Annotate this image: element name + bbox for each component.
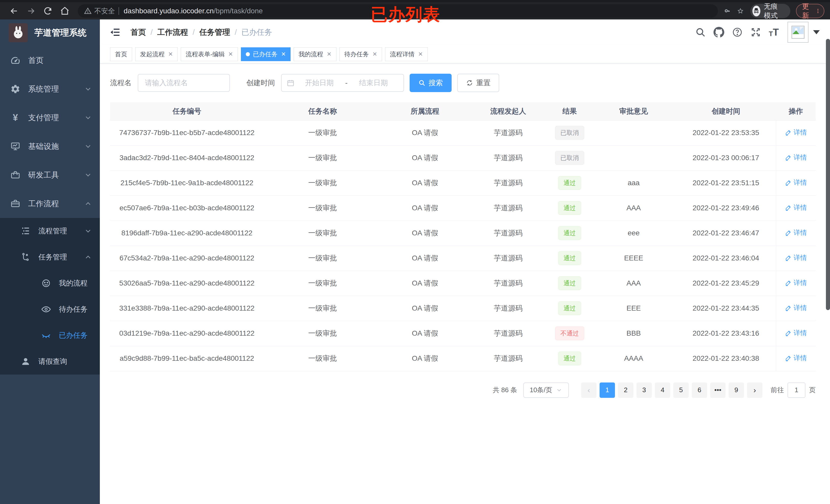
page-size-select[interactable]: 10条/页 (523, 382, 569, 398)
detail-link[interactable]: 详情 (785, 354, 807, 363)
tab-close-icon[interactable]: ✕ (228, 52, 233, 57)
breadcrumb-home[interactable]: 首页 (131, 27, 146, 38)
page-button[interactable]: 6 (692, 382, 707, 398)
sidebar-item-system[interactable]: 系统管理 (0, 75, 100, 103)
tab-label: 我的流程 (298, 50, 323, 58)
start-date-input[interactable]: 开始日期 (294, 78, 344, 88)
cell-result: 通过 (548, 246, 592, 271)
cell-process: OA 请假 (381, 145, 469, 170)
cell-task-name: 一级审批 (264, 170, 381, 196)
breadcrumb-task-mgmt[interactable]: 任务管理 (199, 27, 230, 38)
cell-task-id: 215cf4e5-7b9b-11ec-9a1b-acde48001122 (110, 170, 264, 196)
result-badge: 通过 (558, 251, 581, 265)
detail-link[interactable]: 详情 (785, 253, 807, 262)
sidebar-item-done-tasks[interactable]: 已办任务 (0, 322, 100, 348)
cell-task-name: 一级审批 (264, 271, 381, 296)
chevron-down-icon (556, 387, 563, 394)
reset-button[interactable]: 重置 (457, 74, 499, 92)
view-tab[interactable]: 首页 (110, 47, 132, 61)
sidebar-item-task-mgmt[interactable]: 任务管理 (0, 244, 100, 270)
column-header: 操作 (776, 102, 816, 120)
cell-starter: 芋道源码 (469, 170, 548, 196)
sidebar-collapse-icon[interactable] (110, 27, 121, 38)
avatar[interactable] (788, 22, 808, 43)
fullscreen-icon[interactable] (751, 27, 761, 38)
tab-close-icon[interactable]: ✕ (327, 52, 331, 57)
breadcrumb-workflow[interactable]: 工作流程 (157, 27, 188, 38)
detail-link[interactable]: 详情 (785, 128, 807, 137)
app-logo-row[interactable]: 芋道管理系统 (0, 20, 100, 46)
sidebar-item-home[interactable]: 首页 (0, 46, 100, 75)
goto-page-input[interactable] (788, 382, 805, 398)
prev-page-button[interactable]: ‹ (581, 382, 597, 398)
cell-task-name: 一级审批 (264, 246, 381, 271)
sidebar-item-leave-query[interactable]: 请假查询 (0, 348, 100, 374)
browser-menu-icon[interactable] (815, 7, 821, 15)
process-name-input[interactable] (138, 74, 230, 92)
sidebar-item-label: 系统管理 (28, 84, 59, 94)
font-size-icon[interactable]: TT (769, 27, 779, 37)
tab-close-icon[interactable]: ✕ (373, 52, 377, 57)
update-button[interactable]: 更新 (796, 4, 824, 18)
back-icon[interactable] (9, 6, 19, 16)
cell-starter: 芋道源码 (469, 120, 548, 145)
page-scrollbar-thumb[interactable] (826, 39, 830, 310)
forward-icon[interactable] (26, 6, 36, 16)
bookmark-star-icon[interactable] (737, 7, 743, 15)
view-tab[interactable]: 待办任务 ✕ (340, 47, 382, 61)
avatar-dropdown-caret[interactable] (813, 30, 820, 34)
tab-label: 流程详情 (390, 50, 414, 58)
search-icon[interactable] (695, 27, 706, 38)
reload-icon[interactable] (43, 6, 53, 16)
detail-link[interactable]: 详情 (785, 228, 807, 237)
monitor-icon (10, 141, 21, 152)
detail-link[interactable]: 详情 (785, 153, 807, 162)
sidebar-item-my-process[interactable]: 我的流程 (0, 270, 100, 296)
sidebar-item-workflow[interactable]: 工作流程 (0, 189, 100, 218)
cell-create-time: 2022-01-22 23:43:16 (676, 321, 776, 346)
cell-process: OA 请假 (381, 120, 469, 145)
page-button[interactable]: 5 (673, 382, 689, 398)
end-date-input[interactable]: 结束日期 (349, 78, 398, 88)
detail-link[interactable]: 详情 (785, 303, 807, 312)
page-button[interactable]: ••• (710, 382, 726, 398)
view-tab[interactable]: 我的流程 ✕ (294, 47, 336, 61)
view-tab[interactable]: 流程表单-编辑 ✕ (181, 47, 237, 61)
sidebar-item-payment[interactable]: ¥ 支付管理 (0, 103, 100, 132)
password-key-icon[interactable] (725, 7, 731, 15)
tab-close-icon[interactable]: ✕ (281, 52, 286, 57)
search-button[interactable]: 搜索 (410, 74, 452, 92)
chevron-down-icon (84, 227, 92, 235)
tab-close-icon[interactable]: ✕ (168, 52, 173, 57)
tab-close-icon[interactable]: ✕ (418, 52, 423, 57)
page-button[interactable]: 4 (655, 382, 670, 398)
url-path: /bpm/task/done (214, 7, 263, 15)
page-button[interactable]: 9 (729, 382, 744, 398)
sidebar-item-todo-tasks[interactable]: 待办任务 (0, 296, 100, 322)
detail-link[interactable]: 详情 (785, 178, 807, 187)
home-icon[interactable] (60, 6, 70, 16)
view-tab[interactable]: 发起流程 ✕ (135, 47, 178, 61)
cell-task-id: 53026aa5-7b9a-11ec-a290-acde48001122 (110, 271, 264, 296)
column-header: 所属流程 (381, 102, 469, 120)
sidebar-item-process-mgmt[interactable]: 流程管理 (0, 218, 100, 244)
view-tab[interactable]: 已办任务 ✕ (241, 47, 291, 61)
date-range-picker[interactable]: 开始日期 - 结束日期 (281, 74, 404, 92)
result-badge: 通过 (558, 176, 581, 190)
detail-link[interactable]: 详情 (785, 203, 807, 212)
sidebar-item-dev-tools[interactable]: 研发工具 (0, 161, 100, 189)
page-button[interactable]: 1 (600, 382, 615, 398)
detail-link[interactable]: 详情 (785, 278, 807, 287)
page-button[interactable]: 2 (618, 382, 633, 398)
cell-task-id: 331e3388-7b9a-11ec-a290-acde48001122 (110, 296, 264, 321)
page-button[interactable]: 3 (636, 382, 652, 398)
github-icon[interactable] (713, 27, 724, 38)
help-icon[interactable] (732, 27, 743, 38)
next-page-button[interactable]: › (747, 382, 762, 398)
tab-label: 流程表单-编辑 (186, 50, 225, 58)
detail-link[interactable]: 详情 (785, 329, 807, 337)
cell-actions: 详情 (776, 196, 816, 221)
result-badge: 通过 (558, 301, 581, 315)
sidebar-item-infrastructure[interactable]: 基础设施 (0, 132, 100, 161)
view-tab[interactable]: 流程详情 ✕ (385, 47, 427, 61)
